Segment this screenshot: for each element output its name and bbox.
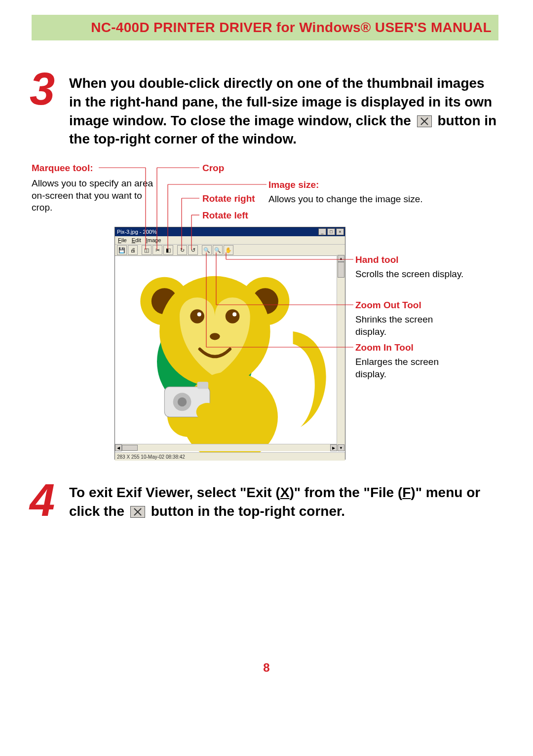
label-hand-title: Hand tool: [355, 254, 399, 265]
label-zoomin-title: Zoom In Tool: [355, 342, 414, 353]
close-icon: [417, 115, 432, 127]
svg-point-7: [226, 309, 240, 324]
image-window: Pix-3.jpg - 200% _ □ × File Edit Image 💾…: [114, 227, 345, 460]
image-canvas[interactable]: [115, 256, 345, 452]
toolbar-hand-icon[interactable]: ✋: [224, 245, 233, 255]
toolbar-marquee-icon[interactable]: ◫: [142, 245, 152, 255]
svg-rect-15: [197, 382, 208, 389]
toolbar-zoom-in-icon[interactable]: 🔍: [202, 245, 212, 255]
step4-mid1: )" from the "File (: [289, 485, 402, 500]
step-number-3: 3: [30, 63, 55, 115]
step-4-text: To exit Exif Viewer, select "Exit (X)" f…: [69, 483, 498, 521]
scroll-left-arrow-icon[interactable]: ◀: [115, 444, 122, 451]
status-text: 283 X 255 10-May-02 08:38:42: [117, 454, 185, 460]
scroll-down-arrow-icon[interactable]: ▼: [338, 444, 344, 451]
monkey-illustration: [115, 256, 345, 452]
window-toolbar: 💾 🖨 ◫ ✂ ◧ ↻ ↺ 🔍 🔍 ✋: [115, 245, 345, 256]
header-title: NC-400D PRINTER DRIVER for Windows® USER…: [91, 20, 492, 36]
header-band: NC-400D PRINTER DRIVER for Windows® USER…: [32, 15, 498, 40]
step-number-4: 4: [30, 474, 55, 526]
svg-point-9: [232, 312, 236, 316]
label-marquee-desc: Allows you to specify an area on-screen …: [32, 178, 160, 214]
scroll-right-arrow-icon[interactable]: ▶: [330, 444, 337, 451]
scroll-v-thumb[interactable]: [338, 262, 344, 278]
label-hand-desc: Scrolls the screen display.: [355, 268, 464, 281]
menu-edit[interactable]: Edit: [132, 237, 141, 243]
label-zoomin-desc: Enlarges the screen display.: [355, 356, 464, 380]
toolbar-crop-icon[interactable]: ✂: [152, 245, 162, 255]
step-3-text: When you double-click directly on one of…: [69, 74, 498, 148]
vertical-scrollbar[interactable]: ▲ ▼: [337, 255, 345, 451]
window-titlebar: Pix-3.jpg - 200% _ □ ×: [115, 227, 345, 236]
page-number: 8: [0, 661, 533, 675]
label-rotate-left-title: Rotate left: [202, 210, 248, 221]
label-zoomout-desc: Shrinks the screen display.: [355, 314, 464, 338]
label-image-size-title: Image size:: [268, 180, 319, 190]
horizontal-scrollbar[interactable]: ◀ ▶: [115, 444, 337, 451]
toolbar-image-size-icon[interactable]: ◧: [163, 245, 173, 255]
toolbar-zoom-out-icon[interactable]: 🔍: [213, 245, 223, 255]
window-close-button[interactable]: ×: [336, 228, 344, 235]
close-icon: [130, 506, 145, 518]
svg-point-14: [178, 397, 187, 406]
menu-image[interactable]: Image: [146, 237, 161, 243]
window-maximize-button[interactable]: □: [327, 228, 335, 235]
step4-suffix: button in the top-right corner.: [151, 504, 345, 519]
svg-point-10: [210, 333, 220, 340]
file-hotkey: F: [402, 485, 411, 500]
svg-point-16: [196, 403, 219, 421]
exit-hotkey: X: [280, 485, 290, 500]
label-image-size-desc: Allows you to change the image size.: [268, 193, 466, 206]
window-statusbar: 283 X 255 10-May-02 08:38:42: [115, 452, 345, 461]
svg-point-8: [197, 312, 201, 316]
window-title: Pix-3.jpg - 200%: [117, 229, 157, 235]
scroll-up-arrow-icon[interactable]: ▲: [338, 255, 344, 262]
scroll-h-thumb[interactable]: [122, 445, 138, 451]
window-minimize-button[interactable]: _: [318, 228, 326, 235]
toolbar-print-icon[interactable]: 🖨: [128, 245, 138, 255]
step4-prefix: To exit Exif Viewer, select "Exit (: [69, 485, 280, 500]
toolbar-save-icon[interactable]: 💾: [117, 245, 127, 255]
label-marquee-title: Marquee tool:: [32, 163, 93, 174]
menu-file[interactable]: File: [118, 237, 127, 243]
window-menubar: File Edit Image: [115, 236, 345, 245]
toolbar-rotate-left-icon[interactable]: ↺: [188, 245, 198, 255]
label-zoomout-title: Zoom Out Tool: [355, 300, 421, 311]
toolbar-rotate-right-icon[interactable]: ↻: [177, 245, 187, 255]
label-crop-title: Crop: [202, 163, 224, 174]
svg-point-6: [190, 309, 204, 324]
label-rotate-right-title: Rotate right: [202, 193, 255, 204]
